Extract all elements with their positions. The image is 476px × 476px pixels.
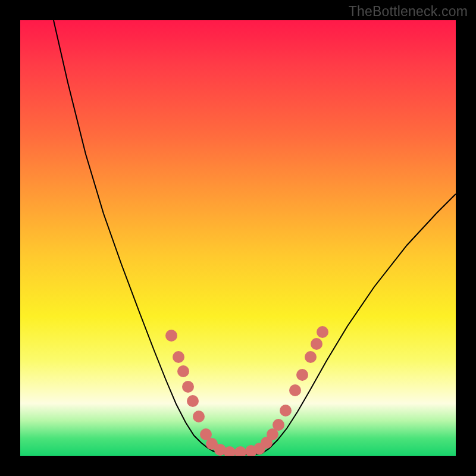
chart-frame: TheBottleneck.com xyxy=(0,0,476,476)
sample-dot xyxy=(193,411,205,422)
sample-dot xyxy=(187,395,199,407)
sample-dot xyxy=(182,381,194,393)
attribution-text: TheBottleneck.com xyxy=(349,4,468,20)
sample-dot xyxy=(289,384,301,396)
sample-dots xyxy=(165,326,328,456)
plot-area xyxy=(20,20,456,456)
sample-dot xyxy=(280,405,292,416)
sample-dot xyxy=(311,338,322,350)
chart-overlay xyxy=(20,20,456,456)
sample-dot xyxy=(317,326,328,338)
sample-dot xyxy=(305,351,317,363)
sample-dot xyxy=(173,351,184,363)
sample-dot xyxy=(177,365,189,377)
sample-dot xyxy=(273,419,284,431)
bottleneck-curve xyxy=(54,20,456,455)
sample-dot xyxy=(296,369,308,381)
sample-dot xyxy=(165,330,177,342)
sample-dot xyxy=(234,446,246,456)
